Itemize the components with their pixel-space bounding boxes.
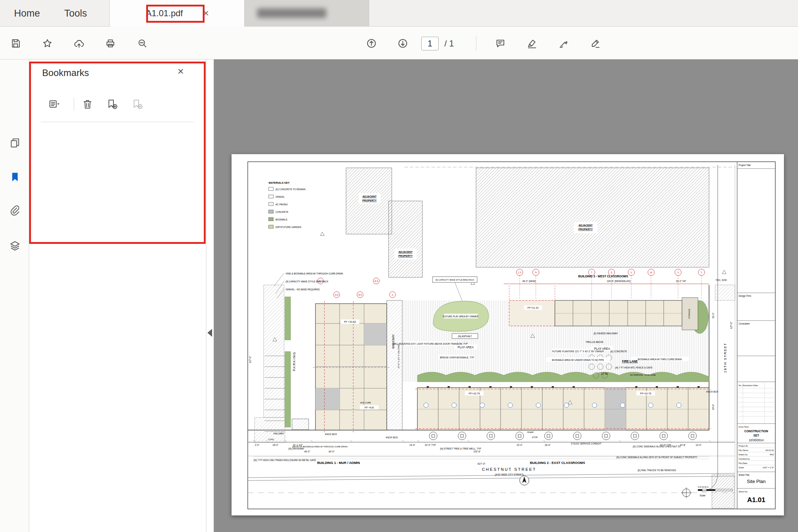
revision-table-header: No. Description Date bbox=[739, 384, 758, 386]
document-area[interactable]: 2.9 N T S V W X Y A.1 A.8 B.5 bbox=[214, 59, 798, 532]
upload-cloud-icon bbox=[73, 38, 85, 49]
issue-note-label: Issue Note: bbox=[739, 426, 749, 428]
comment-button[interactable] bbox=[492, 35, 508, 51]
scale-label: Scale: bbox=[739, 466, 745, 469]
ff-label: FF+10.79 bbox=[640, 392, 651, 395]
document-tab-label: A1.01.pdf bbox=[146, 8, 183, 18]
previous-page-button[interactable] bbox=[363, 35, 379, 51]
chestnut-street-sub-label: (A 60' WIDE CITY STREET) bbox=[495, 473, 524, 476]
dim-label: 33'-0" bbox=[712, 404, 714, 410]
dim-label: 2'-0" bbox=[255, 444, 260, 446]
project-title-label: Project Title: bbox=[739, 164, 751, 167]
knox-box-label: KNOX BOX bbox=[706, 390, 718, 393]
adjacent-property-label: PROPERTY bbox=[578, 228, 593, 231]
grid-bubble-label: S bbox=[611, 271, 612, 274]
grid-bubble-label: W bbox=[650, 271, 653, 274]
materials-key-title: MATERIALS KEY bbox=[269, 181, 290, 184]
checked-by-label: Checked by: bbox=[739, 458, 750, 460]
bike-rack-callout: (9) CAPACITY WAVE STYLE BIKE RACK bbox=[435, 279, 474, 281]
grid-bubble-label: T bbox=[591, 271, 592, 274]
bioswale-curb-callout: BIOSWALE AREA W/ THRU CURB DRAIN bbox=[638, 358, 682, 361]
raised-walkway-callout: (E) RAISED WALKWAY bbox=[593, 332, 618, 335]
share-button[interactable] bbox=[71, 35, 87, 51]
search-button[interactable] bbox=[134, 35, 150, 51]
grid-bubble-label: N bbox=[535, 271, 537, 274]
document-tab-active[interactable]: A1.01.pdf × bbox=[109, 0, 245, 27]
knox-box-label: KNOX BOX bbox=[325, 433, 337, 435]
wd-curb-label: W/D CURB bbox=[360, 402, 371, 404]
riser-label: RISER bbox=[527, 431, 534, 433]
dim-label: 202'-6" bbox=[474, 450, 481, 453]
star-button[interactable] bbox=[39, 35, 55, 51]
bookmarks-panel-title: Bookmarks bbox=[42, 67, 89, 79]
dim-label: 64'-0" bbox=[329, 450, 335, 453]
next-page-button[interactable] bbox=[395, 35, 411, 51]
comment-icon bbox=[495, 38, 506, 49]
west-callouts: VINE & BIOSWALE AREA W/ THROUGH CURB DRA… bbox=[274, 272, 343, 298]
ff-label: FF +10.62 bbox=[344, 320, 356, 323]
trash-enclosure-callout: (N) 7 FT HIGH CMU TRASH ENCLOSURE W/ MET… bbox=[254, 459, 316, 462]
collapse-panel-arrow-icon[interactable] bbox=[207, 329, 212, 337]
bookmark-options-button[interactable] bbox=[46, 96, 62, 112]
consultant-label: Consultant bbox=[739, 322, 750, 325]
document-tab-redacted[interactable] bbox=[245, 0, 369, 27]
panel-divider-line bbox=[41, 122, 193, 122]
dim-label: 127'-0" bbox=[730, 322, 732, 329]
grid-bubble-label: 2.9 bbox=[518, 271, 521, 274]
issue-note-line1: CONSTRUCTION bbox=[744, 430, 768, 433]
design-firm-label: Design Firm: bbox=[739, 295, 752, 298]
new-bookmark-button[interactable] bbox=[104, 96, 120, 112]
dim-label: 19'-4" bbox=[409, 444, 415, 446]
conduit-callout: 5' ELEC SERVICE CONDUIT bbox=[571, 442, 601, 445]
ff-label: FF +9.8 bbox=[365, 406, 374, 409]
planters-callout: FUTURE PLANTERS 121'-7" X 43'-2" BY OWNE… bbox=[552, 350, 604, 353]
attachments-panel-button[interactable] bbox=[7, 202, 23, 218]
document-tab-close-icon[interactable]: × bbox=[203, 8, 209, 19]
tab-bar: Home Tools A1.01.pdf × bbox=[0, 0, 798, 27]
delete-bookmark-button[interactable] bbox=[80, 96, 95, 112]
tab-tools[interactable]: Tools bbox=[54, 0, 97, 27]
bookmark-add-icon bbox=[106, 98, 118, 110]
sheet-no-label: Sheet No.: bbox=[739, 491, 749, 493]
highlight-button[interactable] bbox=[524, 35, 540, 51]
page-thumbnails-icon bbox=[9, 137, 21, 149]
bookmarks-panel-button[interactable] bbox=[7, 169, 23, 185]
toolbar-divider bbox=[476, 36, 476, 51]
grid-bubble-label: B.9 bbox=[375, 280, 378, 282]
navigation-pane-strip bbox=[0, 59, 29, 532]
bookmark-expand-button[interactable] bbox=[129, 96, 145, 112]
north-arrow bbox=[520, 476, 529, 485]
save-button[interactable] bbox=[8, 35, 23, 51]
print-button[interactable] bbox=[102, 35, 118, 51]
legend-item: DIRT/FUTURE GARDEN bbox=[275, 226, 301, 228]
scale-word: Scale bbox=[700, 494, 705, 497]
rail-tracks-callout: (E) RAIL TRACKS TO BE REMOVED bbox=[638, 469, 676, 472]
tab-home-label: Home bbox=[14, 8, 40, 19]
bookmarks-panel-close-icon[interactable]: × bbox=[178, 65, 184, 77]
plot-date-label: Plot Date: bbox=[739, 462, 748, 464]
fill-sign-icon bbox=[558, 38, 569, 49]
edit-pdf-button[interactable] bbox=[587, 35, 603, 51]
dim-label: 10'-0" bbox=[696, 444, 701, 446]
layers-panel-button[interactable] bbox=[7, 238, 23, 254]
page-count-label: / 1 bbox=[444, 37, 454, 50]
grid-bubble-label: G bbox=[392, 294, 394, 296]
dim-label: 22'-0" TYP bbox=[425, 444, 436, 446]
fill-sign-button[interactable] bbox=[556, 35, 571, 51]
street-tree-callout: (N) STREET TREE & TREE WELL, TYP bbox=[440, 447, 481, 450]
future-play-label: FUTURE PLAY AREA BY OWNER bbox=[443, 315, 479, 318]
grid-bubble-label: X bbox=[677, 271, 679, 274]
play-area-label: PLAY AREA bbox=[458, 346, 474, 349]
adjacent-property-label: ADJACENT bbox=[398, 250, 413, 254]
no-parking-label: NO PARKING - FIRE LANE bbox=[630, 374, 655, 376]
search-icon bbox=[137, 38, 148, 49]
page-number-input[interactable]: 1 bbox=[421, 37, 439, 50]
dim-label: 22'-0" bbox=[517, 444, 523, 446]
project-id-label: Project ID: bbox=[739, 445, 748, 447]
adjacent-property-label: ADJACENT bbox=[362, 195, 377, 198]
drawn-by-value: VAO bbox=[770, 453, 774, 456]
panel-collapse-gutter bbox=[206, 59, 214, 532]
page-thumbnails-button[interactable] bbox=[7, 135, 23, 151]
building2-label: BUILDING 2 - EAST CLASSROOMS bbox=[530, 461, 585, 465]
tab-home[interactable]: Home bbox=[0, 0, 54, 27]
